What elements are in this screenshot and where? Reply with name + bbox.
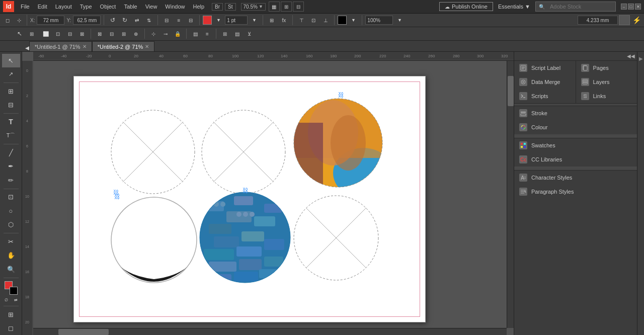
stroke-input[interactable]: [225, 16, 248, 25]
search-box[interactable]: 🔍: [535, 2, 616, 12]
bring-front-btn[interactable]: ⊹: [148, 28, 159, 39]
fill-none-btn[interactable]: ▼: [213, 15, 224, 26]
send-back-btn[interactable]: ⊸: [160, 28, 171, 39]
menu-table[interactable]: Table: [120, 3, 140, 11]
panel-item-swatches[interactable]: Swatches: [514, 138, 637, 152]
panel-collapse-strip[interactable]: ▶: [637, 52, 644, 335]
panel-item-links[interactable]: Links: [576, 89, 637, 103]
zoom-tool[interactable]: 🔍: [2, 263, 20, 276]
panel-item-pages[interactable]: Pages: [576, 61, 637, 75]
dist-equal-btn[interactable]: ⊞: [118, 28, 129, 39]
circle-frame-6[interactable]: [293, 195, 379, 281]
lock-btn[interactable]: 🔒: [172, 28, 183, 39]
column-btn[interactable]: ▤: [190, 28, 201, 39]
stock-button[interactable]: St: [225, 3, 235, 11]
view-mode-preview-btn[interactable]: ◻: [2, 321, 20, 335]
circle-frame-2[interactable]: [201, 109, 286, 195]
stroke-color-box[interactable]: [10, 287, 18, 295]
align-right-btn[interactable]: ⊟: [185, 15, 196, 26]
tab1-close[interactable]: ✕: [83, 44, 87, 49]
search-input[interactable]: [547, 3, 612, 11]
opacity-input[interactable]: [365, 16, 393, 25]
close-button[interactable]: ✕: [635, 4, 641, 10]
flip-h-btn[interactable]: ⇄: [131, 15, 142, 26]
view-mode-btn3[interactable]: ⊟: [293, 2, 304, 12]
layout-btn2[interactable]: ▤: [231, 28, 243, 39]
align-top-btn[interactable]: ⊤: [296, 15, 307, 26]
scissors-tool[interactable]: ✂: [2, 235, 20, 248]
page-tool[interactable]: ⊞: [2, 85, 20, 98]
poly-frame-tool[interactable]: ⬡: [2, 218, 20, 231]
layout-btn1[interactable]: ⊞: [219, 28, 230, 39]
align-bottom-btn[interactable]: ⊥: [320, 15, 331, 26]
frame-fit-btn2[interactable]: ⊡: [52, 28, 63, 39]
panel-item-data-merge[interactable]: Data Merge: [514, 75, 576, 89]
flip-v-btn[interactable]: ⇅: [143, 15, 154, 26]
text-options-btn[interactable]: ≡: [202, 28, 213, 39]
menu-edit[interactable]: Edit: [34, 3, 51, 11]
zoom-control[interactable]: 70.5% ▼: [241, 3, 266, 11]
circle-frame-4[interactable]: ⛓: [110, 196, 198, 284]
hand-tool[interactable]: ✋: [2, 248, 20, 262]
menu-window[interactable]: Window: [162, 3, 188, 11]
stroke-arrow-btn[interactable]: ▼: [249, 15, 260, 26]
opacity-arrow-btn[interactable]: ▼: [394, 15, 405, 26]
publish-online-button[interactable]: ☁ Publish Online: [439, 2, 493, 11]
ellipse-frame-tool[interactable]: ○: [2, 204, 20, 218]
view-mode-btn2[interactable]: ⊞: [281, 2, 292, 12]
gap-tool[interactable]: ⊟: [2, 99, 20, 112]
layout-btn3[interactable]: ⊻: [244, 28, 255, 39]
frame-fit-btn3[interactable]: ⊟: [64, 28, 75, 39]
transform-tool-btn[interactable]: ⊹: [14, 15, 25, 26]
swap-colors-btn[interactable]: ⇄: [11, 296, 20, 304]
group-btn[interactable]: ⊕: [130, 28, 141, 39]
minimize-button[interactable]: –: [621, 4, 627, 10]
menu-object[interactable]: Object: [97, 3, 120, 11]
circle-frame-3[interactable]: 🔗: [293, 98, 383, 188]
select-tool-btn[interactable]: ◻: [2, 15, 13, 26]
content-select-btn[interactable]: ↖: [14, 28, 25, 39]
menu-layout[interactable]: Layout: [52, 3, 75, 11]
fill-color-swatch[interactable]: [203, 16, 212, 25]
align-center-btn[interactable]: ≡: [173, 15, 184, 26]
y-input[interactable]: [73, 16, 101, 25]
essentials-button[interactable]: Essentials ▼: [494, 3, 534, 11]
x-input[interactable]: [37, 16, 64, 25]
direct-select-tool[interactable]: ↗: [2, 68, 20, 81]
stroke-color-swatch[interactable]: [338, 16, 347, 25]
restore-button[interactable]: □: [628, 4, 634, 10]
frame-fit-btn1[interactable]: ⬜: [40, 28, 51, 39]
color-picker-btn[interactable]: [619, 15, 630, 25]
position-input[interactable]: [578, 16, 618, 25]
content-fit-btn[interactable]: ⊞: [26, 28, 37, 39]
pen-tool[interactable]: ✒: [2, 159, 20, 173]
rotate-cw-btn[interactable]: ↻: [119, 15, 130, 26]
panel-collapse-btn[interactable]: ◀◀: [627, 53, 635, 59]
tab2-close[interactable]: ✕: [145, 44, 149, 49]
frame-fit-btn4[interactable]: ⊠: [76, 28, 88, 39]
panel-item-colour[interactable]: Colour: [514, 120, 637, 134]
line-tool[interactable]: ╱: [2, 146, 20, 159]
menu-view[interactable]: View: [142, 3, 161, 11]
panel-item-cc-libraries[interactable]: Cc CC Libraries: [514, 152, 637, 166]
circle-frame-1[interactable]: [110, 109, 196, 195]
panel-item-character-styles[interactable]: A Character Styles: [514, 171, 637, 185]
tab-untitled1[interactable]: *Untitled-1 @ 71% ✕: [29, 41, 92, 51]
effects-btn[interactable]: fx: [278, 15, 289, 26]
dist-v-btn[interactable]: ⊟: [106, 28, 117, 39]
view-mode-normal-btn[interactable]: ⊞: [2, 308, 20, 321]
menu-help[interactable]: Help: [189, 3, 208, 11]
tab-untitled2[interactable]: *Untitled-2 @ 71% ✕: [92, 41, 155, 51]
rect-frame-tool[interactable]: ⊡: [2, 190, 20, 204]
panel-item-scripts[interactable]: Scripts: [514, 89, 576, 103]
panel-item-stroke[interactable]: Stroke: [514, 106, 637, 120]
menu-type[interactable]: Type: [76, 3, 96, 11]
selection-tool[interactable]: ↖: [2, 54, 20, 67]
type-path-tool[interactable]: T⌒: [2, 129, 20, 142]
type-tool[interactable]: T: [2, 115, 20, 129]
rotate-ccw-btn[interactable]: ↺: [107, 15, 118, 26]
panel-item-paragraph-styles[interactable]: Paragraph Styles: [514, 185, 637, 199]
menu-file[interactable]: File: [17, 3, 33, 11]
dist-h-btn[interactable]: ⊠: [94, 28, 105, 39]
align-middle-btn[interactable]: ⊡: [308, 15, 319, 26]
